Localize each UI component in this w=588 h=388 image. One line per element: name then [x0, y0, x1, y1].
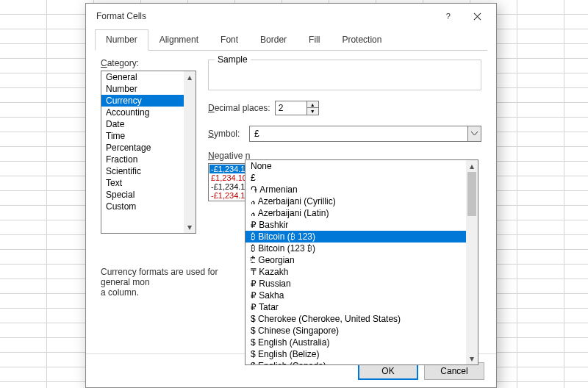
- list-item[interactable]: Scientific: [101, 165, 196, 177]
- sample-frame: Sample: [208, 60, 481, 90]
- dropdown-option[interactable]: ₿ Bitcoin (123 ₿): [245, 242, 478, 254]
- symbol-value: £: [250, 129, 467, 139]
- tab-font[interactable]: Font: [209, 29, 249, 51]
- dropdown-option[interactable]: ₽ Russian: [245, 278, 478, 290]
- scroll-down-icon[interactable]: ▾: [184, 221, 196, 233]
- help-button[interactable]: ?: [433, 6, 462, 26]
- dropdown-option[interactable]: ₿ Bitcoin (₿ 123): [245, 231, 478, 242]
- dropdown-option[interactable]: ֏ Armenian: [245, 184, 478, 195]
- list-item[interactable]: Percentage: [101, 142, 196, 154]
- list-item[interactable]: Fraction: [101, 154, 196, 165]
- dropdown-option[interactable]: ₽ Bashkir: [245, 219, 478, 231]
- scroll-thumb[interactable]: [467, 172, 476, 216]
- scroll-up-icon[interactable]: ▴: [466, 160, 478, 172]
- spin-down-icon[interactable]: ▼: [307, 108, 318, 115]
- list-item[interactable]: Text: [101, 177, 196, 189]
- decimal-spinner[interactable]: ▲ ▼: [275, 101, 319, 115]
- tab-protection[interactable]: Protection: [331, 29, 392, 51]
- decimal-input[interactable]: [275, 101, 307, 115]
- scroll-up-icon[interactable]: ▴: [184, 71, 196, 83]
- decimal-label: Decimal places:: [208, 103, 270, 113]
- dialog-tabs: Number Alignment Font Border Fill Protec…: [95, 29, 487, 51]
- dialog-titlebar: Format Cells ?: [86, 4, 496, 29]
- symbol-dropdown-popup[interactable]: None £ ֏ Armenian ₼ Azerbaijani (Cyrilli…: [245, 159, 478, 365]
- tab-fill[interactable]: Fill: [298, 29, 331, 51]
- symbol-combo[interactable]: £: [249, 126, 481, 142]
- tab-number[interactable]: Number: [95, 29, 148, 51]
- dropdown-option[interactable]: $ Cherokee (Cherokee, United States): [245, 313, 478, 325]
- dropdown-option[interactable]: ₽ Sakha: [245, 290, 478, 301]
- dialog-body: Category: General Number Currency Accoun…: [86, 51, 496, 353]
- list-item[interactable]: Accounting: [101, 107, 196, 118]
- dropdown-option[interactable]: $ English (Canada): [245, 360, 478, 365]
- list-item[interactable]: Special: [101, 189, 196, 201]
- dropdown-option[interactable]: ₼ Azerbaijani (Latin): [245, 207, 478, 219]
- dropdown-option[interactable]: ₸ Kazakh: [245, 266, 478, 278]
- dropdown-option[interactable]: ₽ Tatar: [245, 301, 478, 313]
- list-item[interactable]: Date: [101, 118, 196, 130]
- symbol-options: None £ ֏ Armenian ₼ Azerbaijani (Cyrilli…: [245, 160, 478, 365]
- listbox-scrollbar[interactable]: ▴ ▾: [184, 71, 196, 233]
- dropdown-option[interactable]: ₼ Azerbaijani (Cyrillic): [245, 195, 478, 207]
- list-item[interactable]: Currency: [101, 95, 196, 107]
- category-listbox[interactable]: General Number Currency Accounting Date …: [101, 71, 196, 234]
- dropdown-option[interactable]: $ English (Belize): [245, 348, 478, 360]
- dropdown-option[interactable]: £: [245, 172, 478, 184]
- dropdown-option[interactable]: $ Chinese (Singapore): [245, 325, 478, 337]
- sample-label: Sample: [215, 54, 251, 65]
- chevron-down-icon[interactable]: [467, 126, 481, 141]
- scroll-down-icon[interactable]: ▾: [466, 353, 478, 364]
- list-item[interactable]: Number: [101, 83, 196, 95]
- dropdown-option[interactable]: ₾ Georgian: [245, 254, 478, 266]
- list-item[interactable]: Time: [101, 130, 196, 142]
- tab-alignment[interactable]: Alignment: [148, 29, 209, 51]
- tab-border[interactable]: Border: [249, 29, 298, 51]
- list-item[interactable]: General: [101, 71, 196, 83]
- close-button[interactable]: [462, 6, 492, 26]
- dropdown-scrollbar[interactable]: ▴ ▾: [466, 160, 478, 364]
- spin-up-icon[interactable]: ▲: [307, 101, 318, 108]
- dropdown-option[interactable]: None: [245, 160, 478, 172]
- svg-text:?: ?: [445, 12, 450, 21]
- dropdown-option[interactable]: $ English (Australia): [245, 337, 478, 348]
- list-item[interactable]: Custom: [101, 201, 196, 212]
- format-cells-dialog: Format Cells ? Number Alignment Font Bor…: [85, 3, 497, 388]
- symbol-label: Symbol:: [208, 129, 245, 139]
- category-description: Currency formats are used for general mo…: [101, 267, 248, 298]
- dialog-title: Format Cells: [96, 11, 433, 21]
